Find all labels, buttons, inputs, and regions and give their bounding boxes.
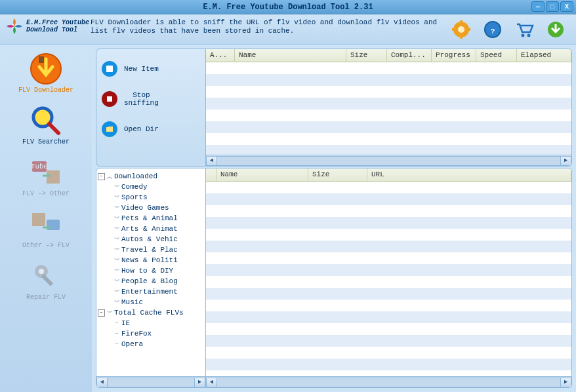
tree-category-item[interactable]: ︾Travel & Plac (98, 245, 204, 255)
window-controls: — □ X (531, 1, 573, 12)
settings-icon[interactable] (451, 20, 471, 39)
col-size[interactable]: Size (308, 168, 367, 181)
svg-rect-24 (106, 66, 113, 72)
nav-label: FLV Downloader (18, 87, 73, 94)
grid-body[interactable] (206, 62, 571, 155)
col-elapsed[interactable]: Elapsed (517, 49, 571, 62)
new-item-button[interactable]: New Item (102, 61, 200, 77)
grid-header: Name Size URL (206, 168, 571, 182)
stop-sniffing-button[interactable]: Stop sniffing (102, 91, 200, 107)
col-name[interactable]: Name (235, 49, 346, 62)
svg-rect-6 (466, 28, 470, 31)
scroll-left-button[interactable]: ◄ (96, 378, 108, 387)
grid-header: A... Name Size Compl... Progress Speed E… (206, 49, 571, 62)
tree-label: Entertainment (121, 288, 178, 296)
category-tree-panel: - ︽ Downloaded ︾Comedy︾Sports︾Video Game… (96, 168, 206, 388)
svg-point-10 (527, 34, 531, 37)
tree-category-item[interactable]: ︾News & Politi (98, 255, 204, 265)
collapse-icon[interactable]: - (98, 309, 105, 317)
download-green-icon[interactable] (546, 20, 566, 39)
down-arrows-icon: ︾ (113, 267, 120, 275)
up-arrows-icon: ︽ (106, 172, 113, 181)
tree-category-item[interactable]: ︾How to & DIY (98, 265, 204, 276)
header: E.M.Free Youtube Download Tool FLV Downl… (0, 14, 576, 45)
svg-text:?: ? (491, 28, 495, 35)
tree-label: Music (121, 298, 143, 306)
scroll-track[interactable] (217, 156, 560, 166)
logo-text: E.M.Free Youtube Download Tool (26, 19, 89, 33)
grid-body[interactable] (206, 182, 571, 376)
tree-root-cache[interactable]: - ︾ Total Cache FLVs (98, 307, 204, 318)
svg-point-2 (458, 26, 464, 33)
nav-other-to-flv[interactable]: Other -> FLV (22, 208, 70, 249)
scroll-track[interactable] (108, 378, 194, 387)
tree-category-item[interactable]: ︾Music (98, 297, 204, 307)
svg-rect-19 (32, 213, 45, 226)
col-name[interactable]: Name (216, 168, 308, 181)
down-arrows-icon: ︾ (113, 256, 120, 265)
tree-category-item[interactable]: ︾Autos & Vehic (98, 234, 204, 245)
col-url[interactable]: URL (367, 168, 571, 181)
tree-browser-item[interactable]: –IE (98, 318, 204, 328)
down-arrows-icon: ︾ (113, 204, 120, 212)
col-completed[interactable]: Compl... (387, 49, 432, 62)
cart-icon[interactable] (514, 20, 534, 39)
svg-line-15 (49, 124, 58, 133)
horizontal-scrollbar[interactable]: ◄ ► (206, 376, 571, 387)
minimize-button[interactable]: — (531, 1, 545, 12)
close-button[interactable]: X (560, 1, 573, 12)
nav-label: Other -> FLV (22, 242, 70, 249)
svg-rect-20 (47, 220, 60, 230)
tree-label: Arts & Animat (121, 225, 178, 233)
tree-category-item[interactable]: ︾People & Blog (98, 276, 204, 286)
svg-rect-13 (39, 56, 44, 63)
tree-label: Travel & Plac (121, 246, 178, 254)
tree-label: IE (121, 319, 130, 327)
toolbar: ? (451, 17, 571, 39)
tree-category-item[interactable]: ︾Arts & Animat (98, 224, 204, 234)
nav-flv-searcher[interactable]: FLV Searcher (22, 104, 70, 146)
svg-rect-4 (460, 35, 463, 39)
tree-scrollbar[interactable]: ◄ ► (96, 376, 205, 387)
scroll-right-button[interactable]: ► (560, 378, 571, 387)
nav-flv-downloader[interactable]: FLV Downloader (18, 52, 73, 94)
tree-category-item[interactable]: ︾Sports (98, 192, 204, 203)
scroll-right-button[interactable]: ► (560, 156, 571, 166)
tree-browser-item[interactable]: –Opera (98, 339, 204, 349)
logo-line2: Download Tool (26, 26, 89, 33)
col-action[interactable]: A... (206, 49, 235, 62)
action-label: Stop sniffing (124, 91, 159, 107)
nav-flv-to-other[interactable]: Tube FLV -> Other (22, 156, 70, 197)
down-arrows-icon: ︾ (113, 193, 120, 202)
help-icon[interactable]: ? (483, 20, 503, 39)
tree-root-downloaded[interactable]: - ︽ Downloaded (98, 171, 204, 182)
down-arrows-icon: ︾ (113, 183, 120, 191)
tree-label: Total Cache FLVs (114, 309, 184, 317)
down-arrows-icon: ︾ (113, 246, 120, 254)
col-size[interactable]: Size (346, 49, 387, 62)
scroll-track[interactable] (217, 378, 560, 387)
scroll-right-button[interactable]: ► (194, 378, 205, 387)
nav-label: FLV Searcher (22, 138, 70, 146)
collapse-icon[interactable]: - (98, 173, 105, 180)
down-arrows-icon: ︾ (113, 288, 120, 296)
nav-repair-flv[interactable]: Repair FLV (26, 260, 66, 301)
maximize-button[interactable]: □ (546, 1, 559, 12)
col-progress[interactable]: Progress (432, 49, 476, 62)
col-speed[interactable]: Speed (476, 49, 517, 62)
svg-rect-22 (41, 274, 53, 286)
left-nav: FLV Downloader FLV Searcher Tube FLV -> … (0, 45, 92, 392)
down-arrows-icon: ︾ (113, 214, 120, 223)
tree-body[interactable]: - ︽ Downloaded ︾Comedy︾Sports︾Video Game… (96, 168, 205, 376)
scroll-left-button[interactable]: ◄ (206, 156, 217, 166)
tree-category-item[interactable]: ︾Pets & Animal (98, 213, 204, 224)
col-checkbox[interactable] (206, 168, 216, 181)
open-dir-button[interactable]: Open Dir (102, 121, 200, 137)
tree-category-item[interactable]: ︾Comedy (98, 182, 204, 192)
action-label: Open Dir (124, 125, 159, 133)
scroll-left-button[interactable]: ◄ (206, 378, 217, 387)
horizontal-scrollbar[interactable]: ◄ ► (206, 155, 571, 166)
tree-browser-item[interactable]: –FireFox (98, 328, 204, 339)
tree-category-item[interactable]: ︾Entertainment (98, 286, 204, 297)
tree-category-item[interactable]: ︾Video Games (98, 203, 204, 213)
